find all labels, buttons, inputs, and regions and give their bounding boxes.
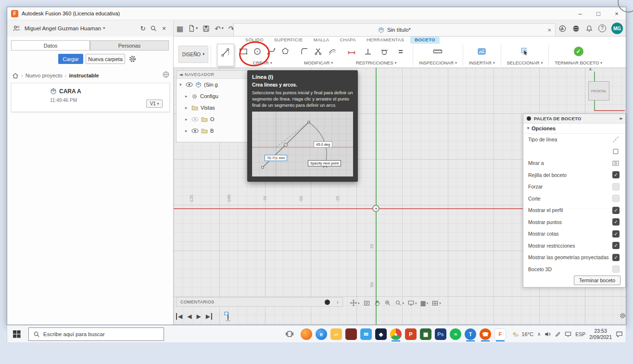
task-view-button[interactable]: [285, 330, 294, 338]
notification-bell-icon[interactable]: [585, 25, 593, 33]
taskbar-search[interactable]: [28, 327, 164, 341]
collapsed-icon[interactable]: [185, 94, 189, 99]
minimize-button[interactable]: –: [571, 7, 589, 20]
app-grid-icon[interactable]: [177, 25, 183, 32]
hidden-icons-chevron[interactable]: [537, 332, 541, 337]
save-icon[interactable]: [203, 25, 210, 32]
timeline-settings-gear-icon[interactable]: [619, 312, 626, 319]
orbit-button[interactable]: [350, 299, 360, 307]
expand-icon[interactable]: [179, 83, 183, 87]
group-label-crear[interactable]: CREAR: [253, 59, 272, 66]
photoshop-icon[interactable]: Ps: [434, 327, 447, 341]
weather-widget[interactable]: 16°C: [512, 331, 533, 338]
finish-sketch-check-icon[interactable]: [574, 47, 583, 56]
phone-app-icon[interactable]: ☎: [479, 327, 492, 341]
job-status-icon[interactable]: [558, 25, 567, 33]
spline-tool[interactable]: [265, 45, 278, 58]
panel-settings-gear-icon[interactable]: [128, 55, 137, 63]
extensions-icon[interactable]: [572, 25, 580, 33]
undo-button[interactable]: [215, 25, 224, 32]
version-button[interactable]: V1: [146, 100, 163, 108]
maximize-button[interactable]: □: [589, 7, 608, 20]
tangent-constraint[interactable]: [378, 45, 391, 58]
profile-checkbox[interactable]: [612, 207, 620, 214]
display-settings-button[interactable]: [407, 300, 417, 307]
collapse-panel-icon[interactable]: [179, 73, 182, 77]
start-button[interactable]: [13, 330, 21, 338]
circle-tool[interactable]: [251, 45, 264, 58]
finish-sketch-button[interactable]: TERMINAR BOCETO: [555, 59, 602, 66]
linetype-icon[interactable]: [612, 136, 620, 143]
breadcrumb-folder[interactable]: instructable: [69, 73, 99, 78]
expand-comments-icon[interactable]: [337, 300, 339, 305]
navigator-item-sketches[interactable]: B: [177, 125, 251, 137]
grid-settings-button[interactable]: [420, 300, 429, 306]
edge-browser-icon[interactable]: e: [315, 327, 328, 341]
close-button[interactable]: ×: [608, 7, 626, 20]
equal-constraint[interactable]: [394, 45, 407, 58]
snap-checkbox[interactable]: [612, 183, 620, 190]
rectangle-tool[interactable]: [237, 45, 250, 58]
display-icon[interactable]: [565, 331, 571, 337]
origin-point[interactable]: [372, 205, 380, 212]
dropbox-icon[interactable]: ◆: [374, 327, 388, 341]
zoom-window-button[interactable]: [384, 300, 392, 307]
eye-icon[interactable]: [186, 82, 193, 87]
ribbon-tab-boceto[interactable]: BOCETO: [410, 37, 439, 44]
calculator-app-icon[interactable]: ▦: [419, 327, 432, 341]
eye-off-icon[interactable]: [191, 117, 199, 122]
trim-tool[interactable]: [312, 45, 325, 58]
home-icon[interactable]: [12, 73, 19, 79]
language-indicator[interactable]: ESP: [575, 331, 585, 337]
fusion-360-icon[interactable]: F: [494, 327, 507, 341]
spotify-icon[interactable]: ≈: [449, 327, 462, 341]
collapsed-icon[interactable]: [185, 106, 189, 110]
design-menu-button[interactable]: DISEÑO: [178, 46, 208, 63]
line-tool[interactable]: [217, 44, 234, 66]
eye-icon[interactable]: [191, 128, 199, 133]
file-menu-button[interactable]: [188, 25, 198, 32]
projected-geometry-checkbox[interactable]: [612, 254, 620, 261]
viewports-button[interactable]: [431, 300, 441, 307]
group-label-modificar[interactable]: MODIFICAR: [304, 59, 333, 66]
help-icon[interactable]: [598, 25, 606, 32]
navigator-item-settings[interactable]: Configu: [177, 90, 251, 102]
new-folder-button[interactable]: Nueva carpeta: [86, 54, 125, 64]
group-label-inspeccionar[interactable]: INSPECCIONAR: [419, 59, 457, 66]
ribbon-tab-malla[interactable]: MALLA: [309, 37, 334, 44]
viewcube-front-face[interactable]: FRONTAL: [588, 81, 609, 100]
upload-button[interactable]: Cargar: [58, 54, 83, 64]
navigator-item-views[interactable]: Vistas: [177, 102, 251, 113]
ribbon-tab-superficie[interactable]: SUPERFICIE: [270, 37, 307, 44]
timeline-go-start-button[interactable]: ◀: [176, 313, 182, 320]
measure-tool[interactable]: [431, 45, 444, 58]
polygon-tool[interactable]: [279, 45, 291, 58]
look-at-icon[interactable]: [612, 160, 620, 167]
security-app-icon[interactable]: [344, 327, 358, 341]
comments-bar[interactable]: COMENTARIOS: [176, 297, 343, 307]
firefox-icon[interactable]: [300, 327, 313, 341]
dimensions-checkbox[interactable]: [612, 230, 620, 238]
zoom-button[interactable]: [395, 300, 405, 307]
grid-checkbox[interactable]: [612, 171, 620, 178]
timeline-go-end-button[interactable]: ▶: [206, 313, 212, 320]
collapsed-icon[interactable]: [185, 129, 189, 133]
horizontal-vertical-constraint[interactable]: [362, 45, 374, 58]
insert-image-tool[interactable]: [476, 45, 488, 58]
search-input[interactable]: [43, 331, 159, 337]
offset-tool[interactable]: [326, 45, 339, 58]
search-icon[interactable]: [148, 25, 159, 32]
timeline-play-button[interactable]: ▶: [196, 313, 201, 320]
document-tab[interactable]: Sin título*: [233, 23, 556, 36]
mail-icon[interactable]: ✉: [359, 327, 373, 341]
finish-sketch-palette-button[interactable]: Terminar boceto: [574, 276, 620, 285]
slice-checkbox[interactable]: [612, 195, 620, 202]
tab-close-icon[interactable]: [547, 27, 551, 33]
fillet-tool[interactable]: [298, 45, 311, 58]
look-at-button[interactable]: [363, 300, 370, 307]
construction-icon[interactable]: [612, 148, 620, 155]
options-section-header[interactable]: Opciones: [523, 124, 625, 134]
points-checkbox[interactable]: [612, 218, 620, 226]
close-panel-icon[interactable]: [159, 25, 169, 32]
volume-icon[interactable]: [544, 331, 551, 337]
